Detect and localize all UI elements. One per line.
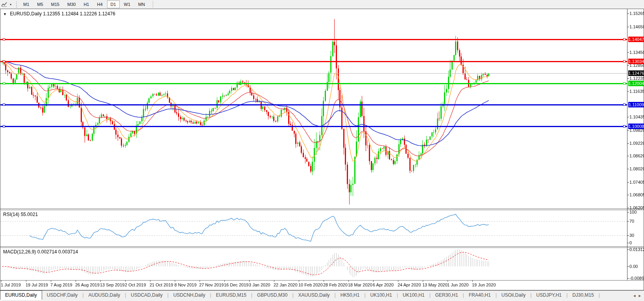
tab-usdchf-daily[interactable]: USDCHF,Daily (42, 291, 83, 299)
tab-dj30-m15[interactable]: DJ30,M15 (568, 291, 599, 299)
tab-usdcad-daily[interactable]: USDCAD,Daily (126, 291, 167, 299)
price-badge-1.14047: 1.14047 (628, 37, 644, 42)
price-axis-label: 1.08620 (629, 153, 644, 159)
tab-scroll-left-icon[interactable]: ◂ (633, 293, 636, 298)
date-axis-label: 24 Apr 2020 (398, 283, 421, 287)
tab-uk100-h1[interactable]: UK100,H1 (366, 291, 397, 299)
date-axis-label: 7 Aug 2019 (50, 283, 72, 287)
timeframe-button-m5[interactable]: M5 (33, 0, 46, 8)
tab-audusd-daily[interactable]: AUDUSD,Daily (84, 291, 125, 299)
date-axis-label: 19 Jun 2020 (472, 283, 496, 287)
price-axis-label: 1.07405 (629, 179, 644, 185)
price-badge-1.12004: 1.12004 (628, 81, 644, 86)
date-axis-label: 1 Jun 2020 (447, 283, 468, 287)
tab-eurusd-m15[interactable]: EURUSD,M15 (211, 291, 251, 299)
date-axis-label: 8 Nov 2019 (174, 283, 196, 287)
timeframe-button-m1[interactable]: M1 (20, 0, 33, 8)
price-chart-canvas[interactable] (0, 9, 644, 290)
price-badge-1.11009: 1.11009 (628, 102, 644, 107)
tab-scroll-right-icon[interactable]: ▸ (638, 293, 641, 298)
timeframe-button-m15[interactable]: M15 (48, 0, 63, 8)
date-axis-label: 2 Oct 2019 (125, 283, 146, 287)
rsi-indicator-label: RSI(14) 55.0021 (3, 212, 38, 217)
macd-axis-label: 0.00 (629, 264, 638, 269)
chart-tabs: EURUSD,DailyUSDCHF,Daily|AUDUSD,Daily|US… (0, 291, 600, 300)
price-axis-label: 1.14650 (629, 24, 644, 30)
chart-tool-icon-glyph (1, 2, 7, 7)
price-axis-label: 1.13450 (629, 50, 644, 55)
timeframe-toolbar: ▾ M1M5M15M30H1H4D1W1MN (0, 0, 644, 9)
price-badge-1.13034: 1.13034 (628, 59, 644, 64)
macd-axis-label: 0.013121 (629, 247, 644, 252)
price-axis-label: 1.15265 (629, 11, 644, 16)
timeframe-button-d1[interactable]: D1 (107, 0, 120, 8)
timeframe-button-m30[interactable]: M30 (64, 0, 79, 8)
tab-usoil-daily[interactable]: USOil,Daily (497, 291, 530, 299)
tab-separator: | (599, 292, 600, 298)
macd-indicator-label: MACD(12,26,9) 0.002714 0.003714 (3, 249, 78, 255)
chart-title: ▼ EURUSD,Daily 1.12355 1.12484 1.12226 1… (3, 11, 115, 17)
toolbar-separator (153, 1, 153, 8)
rsi-axis-label: 70 (629, 218, 634, 224)
date-axis-label: 18 Mar 2020 (348, 283, 372, 287)
toolbar-grip-handle[interactable] (16, 2, 17, 7)
chart-window: ▼ EURUSD,Daily 1.12355 1.12484 1.12226 1… (0, 9, 644, 290)
tab-xauusd-daily[interactable]: XAUUSD,Daily (294, 291, 335, 299)
date-axis-label: 1 Jul 2019 (1, 283, 21, 287)
chart-tool-icon[interactable] (0, 1, 8, 7)
tab-fra40-h1[interactable]: FRA40,H1 (464, 291, 496, 299)
tab-eurusd-daily[interactable]: EURUSD,Daily (0, 290, 42, 300)
date-axis-label: 21 Oct 2019 (150, 283, 173, 287)
timeframe-button-mn[interactable]: MN (135, 0, 148, 8)
chart-ohlc-values: 1.12355 1.12484 1.12226 1.12476 (43, 11, 115, 17)
tab-uk100-h1[interactable]: UK100,H1 (398, 291, 429, 299)
timeframe-button-h4[interactable]: H4 (93, 0, 106, 8)
date-axis-label: 6 Apr 2020 (373, 283, 394, 287)
macd-axis-label: -0.00893 (629, 275, 644, 281)
rsi-axis-label: 0 (629, 240, 632, 246)
mt4-window: ▾ M1M5M15M30H1H4D1W1MN ▼ EURUSD,Daily 1.… (0, 0, 644, 301)
timeframe-button-h1[interactable]: H1 (80, 0, 93, 8)
tab-ger30-h1[interactable]: GER30,H1 (431, 291, 463, 299)
price-badge-1.10008: 1.10008 (628, 124, 644, 129)
price-axis-label: 1.06805 (629, 192, 644, 198)
rsi-axis-label: 30 (629, 233, 634, 238)
price-axis-label: 1.10435 (629, 114, 644, 120)
tab-hk50-h1[interactable]: HK50,H1 (336, 291, 365, 299)
date-axis-label: 13 Sep 2019 (100, 283, 124, 287)
chart-tabs-bar: EURUSD,DailyUSDCHF,Daily|AUDUSD,Daily|US… (0, 290, 644, 301)
date-axis-label: 3 Jan 2020 (249, 283, 270, 287)
date-axis-label: 22 Jan 2020 (274, 283, 298, 287)
price-axis-label: 1.09220 (629, 140, 644, 146)
rsi-axis-label: 100 (629, 209, 637, 215)
price-badge-1.12476: 1.12476 (628, 70, 644, 76)
collapse-triangle-icon[interactable]: ▼ (3, 12, 7, 16)
chart-symbol-label: EURUSD,Daily (10, 11, 42, 17)
date-axis-label: 13 May 2020 (422, 283, 448, 287)
dropdown-caret-icon[interactable]: ▾ (8, 3, 13, 6)
date-axis-label: 27 Nov 2019 (199, 283, 224, 287)
tab-gbpusd-m30[interactable]: GBPUSD,M30 (252, 291, 292, 299)
tab-usdjpy-h1[interactable]: USDJPY,H1 (531, 291, 566, 299)
price-axis-label: 1.11635 (629, 89, 644, 94)
date-axis-label: 19 Jul 2019 (26, 283, 48, 287)
price-axis-label: 1.08020 (629, 166, 644, 172)
date-axis-label: 10 Feb 2020 (298, 283, 323, 287)
date-axis-label: 26 Aug 2019 (75, 283, 100, 287)
tab-scroll-arrows: ◂ ▸ (633, 293, 641, 298)
timeframe-button-w1[interactable]: W1 (120, 0, 134, 8)
date-axis-label: 16 Dec 2019 (224, 283, 248, 287)
date-axis-label: 28 Feb 2020 (323, 283, 348, 287)
timeframe-buttons: M1M5M15M30H1H4D1W1MN (19, 0, 149, 8)
tab-usdcnh-daily[interactable]: USDCNH,Daily (168, 291, 210, 299)
